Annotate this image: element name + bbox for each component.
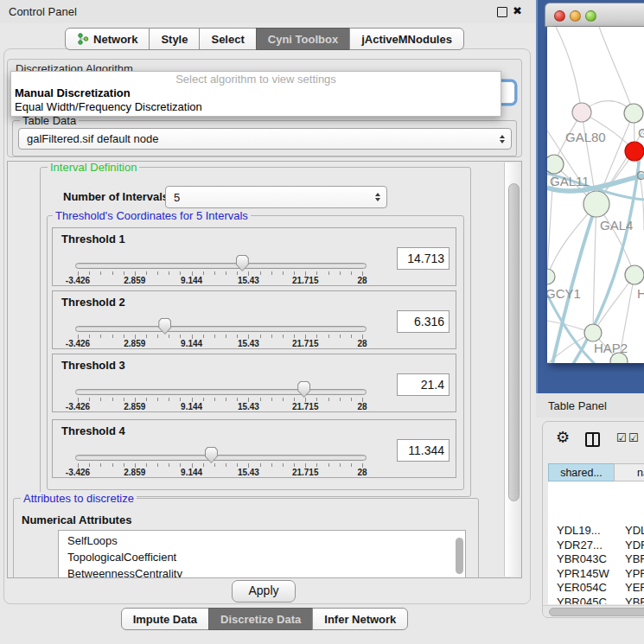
cell-shared-name[interactable]: YDL19... [557, 524, 601, 537]
gear-icon[interactable]: ⚙ [556, 430, 570, 445]
slider-track[interactable] [75, 263, 367, 269]
network-edge[interactable] [593, 275, 634, 333]
slider-track[interactable] [75, 326, 367, 332]
tab-cyni-toolbox[interactable]: Cyni Toolbox [256, 28, 350, 50]
table-row[interactable]: YDR27...YDR2 [548, 539, 644, 553]
cell-shared-name[interactable]: YER054C [557, 581, 607, 594]
node-label: GAL4 [600, 218, 633, 233]
attribute-item-topologicalcoefficient[interactable]: TopologicalCoefficient [67, 551, 176, 567]
node-label: C [636, 168, 644, 182]
tick-mark [146, 271, 147, 275]
tick-mark [283, 335, 284, 338]
cell-name[interactable]: YPR1 [625, 567, 644, 580]
cell-shared-name[interactable]: YPR145W [557, 567, 609, 580]
table-row[interactable]: YDL19...YDL1 [548, 524, 644, 539]
node-label: GCY1 [547, 286, 581, 301]
close-icon[interactable]: ✖ [513, 4, 522, 17]
tick-mark [340, 335, 341, 338]
network-view-canvas[interactable]: GAL80GACGAL11GAL4GCY1HHAP2 [547, 27, 644, 363]
cell-shared-name[interactable]: YBR045C [557, 596, 607, 605]
threshold-label: Threshold 4 [61, 424, 125, 437]
cell-name[interactable]: YER0 [625, 581, 644, 594]
list-scrollbar[interactable] [456, 532, 464, 578]
network-node-gal11[interactable] [547, 155, 564, 174]
network-node-hap2[interactable] [584, 324, 602, 341]
list-scrollbar-thumb[interactable] [456, 538, 463, 574]
tab-discretize-data[interactable]: Discretize Data [208, 608, 313, 630]
tab-label: Impute Data [133, 613, 197, 626]
slider-thumb[interactable] [205, 447, 218, 463]
network-node-gal4[interactable] [583, 191, 609, 217]
attribute-item-selfloops[interactable]: SelfLoops [67, 534, 118, 551]
threshold-box-2: Threshold 2-3.4262.8599.14415.4321.71528 [52, 290, 456, 349]
tick-mark [146, 335, 147, 338]
network-window-titlebar[interactable] [545, 3, 644, 27]
scale-label: -3.426 [66, 276, 90, 285]
split-columns-icon[interactable] [585, 432, 600, 447]
column-header-shared-name[interactable]: shared... [548, 463, 615, 481]
column-header-name[interactable]: na [614, 463, 644, 481]
network-edge[interactable] [599, 27, 634, 113]
tab-impute-data[interactable]: Impute Data [121, 608, 209, 630]
tick-mark [294, 463, 295, 467]
threshold-value-input[interactable] [397, 247, 450, 270]
table-scrollbar-thumb[interactable] [549, 608, 644, 616]
tab-style[interactable]: Style [149, 28, 200, 50]
cell-name[interactable]: YDR2 [625, 539, 644, 552]
checkbox-icon[interactable]: ☑ [628, 432, 639, 443]
float-panel-icon[interactable] [497, 7, 507, 17]
tab-jactivemnodules[interactable]: jActiveMNodules [349, 28, 464, 50]
cell-shared-name[interactable]: YDR27... [557, 539, 603, 552]
zoom-traffic-light[interactable] [585, 10, 596, 22]
tab-label: Discretize Data [220, 613, 301, 626]
network-node-h[interactable] [625, 265, 644, 284]
network-node-c[interactable] [625, 142, 644, 161]
checkbox-icon[interactable]: ☑ [616, 432, 627, 443]
tab-select[interactable]: Select [199, 28, 256, 50]
cell-name[interactable]: YDL1 [625, 524, 644, 537]
minimize-traffic-light[interactable] [570, 10, 581, 22]
slider-thumb[interactable] [236, 255, 249, 271]
tick-mark [283, 271, 284, 275]
apply-button[interactable]: Apply [232, 580, 296, 603]
scale-label: 2.859 [124, 468, 145, 477]
tab-label: Select [211, 33, 244, 46]
attribute-item-betweennesscentrality[interactable]: BetweennessCentrality [67, 567, 182, 578]
panel-scrollbar-thumb[interactable] [508, 183, 520, 501]
dropdown-option-manual-discretization[interactable]: Manual Discretization [11, 86, 501, 99]
table-row[interactable]: YPR145WYPR1 [548, 567, 644, 582]
threshold-value-input[interactable] [397, 373, 450, 396]
slider-track[interactable] [75, 455, 367, 461]
table-data-value: galFiltered.sif default node [27, 132, 158, 145]
slider-track[interactable] [75, 389, 367, 395]
cell-shared-name[interactable]: YBR043C [557, 552, 607, 565]
dropdown-option-equal-width-frequency[interactable]: Equal Width/Frequency Discretization [11, 100, 501, 113]
cell-name[interactable]: YBR0 [625, 552, 644, 565]
tab-label: Network [93, 33, 137, 46]
tab-network[interactable]: Network [65, 28, 150, 50]
number-of-intervals-combobox[interactable]: 5 [165, 186, 387, 208]
node-label: H [637, 286, 644, 301]
network-node-ga[interactable] [624, 104, 643, 123]
slider-thumb[interactable] [158, 318, 171, 335]
scale-label: 15.43 [238, 468, 259, 477]
tab-infer-network[interactable]: Infer Network [312, 608, 408, 630]
tick-mark [237, 398, 238, 401]
table-row[interactable]: YBR043CYBR0 [548, 552, 644, 567]
table-row[interactable]: YER054CYER0 [548, 581, 644, 596]
network-node-gcy1[interactable] [547, 269, 555, 284]
network-edge[interactable] [556, 27, 582, 112]
table-data-combobox[interactable]: galFiltered.sif default node [18, 128, 512, 150]
threshold-value-input[interactable] [397, 310, 450, 333]
slider-thumb[interactable] [297, 381, 310, 398]
combo-arrows-icon [500, 135, 505, 143]
network-edge[interactable] [593, 204, 596, 333]
cell-name[interactable]: YBR0 [625, 596, 644, 605]
panel-scrollbar[interactable] [504, 163, 521, 577]
table-row[interactable]: YBR045CYBR0 [548, 596, 644, 605]
table-horizontal-scrollbar[interactable] [543, 605, 644, 616]
threshold-value-input[interactable] [397, 439, 450, 462]
network-node-gal80[interactable] [572, 103, 591, 122]
close-traffic-light[interactable] [554, 10, 565, 22]
interval-definition-legend: Interval Definition [48, 161, 139, 174]
